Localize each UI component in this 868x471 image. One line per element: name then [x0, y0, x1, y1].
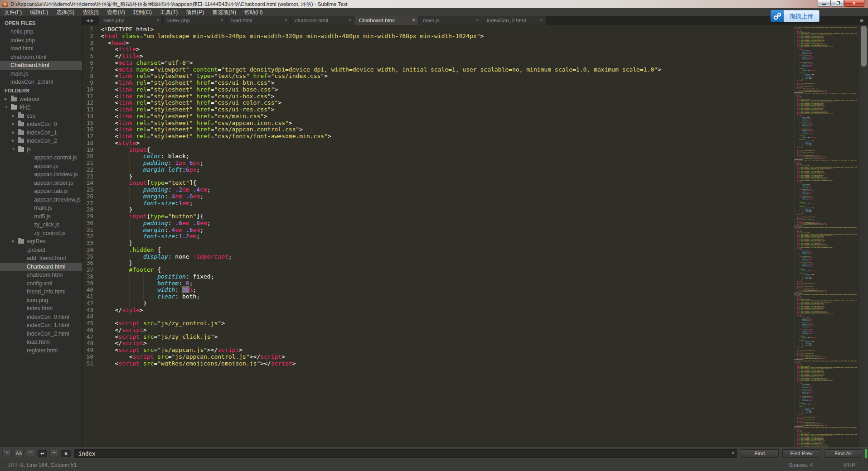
- open-file-item[interactable]: load.html: [0, 44, 82, 53]
- tab[interactable]: load.html×: [227, 16, 291, 25]
- tree-folder[interactable]: ▼环信: [0, 103, 82, 112]
- open-file-item[interactable]: main.js: [0, 70, 82, 78]
- tree-folder[interactable]: ▼js: [0, 145, 82, 154]
- tab-close-icon[interactable]: ×: [348, 16, 351, 25]
- close-button[interactable]: ×: [844, 0, 864, 7]
- menu-item[interactable]: 工具(T): [156, 8, 182, 16]
- tab-close-icon[interactable]: ×: [220, 16, 223, 25]
- tree-file[interactable]: Chatboard.html: [0, 263, 82, 271]
- menu-item[interactable]: 帮助(H): [240, 8, 267, 16]
- tree-folder[interactable]: ▶wgtRes: [0, 237, 82, 246]
- vertical-scrollbar[interactable]: [859, 25, 868, 447]
- tab-close-icon[interactable]: ×: [284, 16, 287, 25]
- tab-close-icon[interactable]: ×: [476, 16, 479, 25]
- open-file-item[interactable]: chatroom.html: [0, 53, 82, 62]
- tab-close-icon[interactable]: ×: [156, 16, 160, 25]
- tree-file[interactable]: indexCon_1.html: [0, 321, 82, 330]
- tree-file[interactable]: zy_control.js: [0, 229, 82, 238]
- find-all-button[interactable]: Find All: [824, 449, 862, 458]
- whole-word-toggle-button[interactable]: “”: [26, 450, 35, 457]
- tree-file[interactable]: index.html: [0, 304, 82, 313]
- status-syntax[interactable]: PHP: [844, 462, 855, 468]
- upload-tool-icon[interactable]: [771, 10, 784, 22]
- chevron-right-icon[interactable]: ▶: [5, 95, 11, 104]
- tree-file[interactable]: appcan.slider.js: [0, 179, 82, 187]
- menu-item[interactable]: 编辑(E): [26, 8, 52, 16]
- tab-overflow-icon[interactable]: ≡: [857, 16, 866, 25]
- find-bar: *Aa“”↩=≡ ▾ FindFind PrevFind All: [0, 447, 868, 459]
- find-input[interactable]: [74, 449, 737, 458]
- tab-close-icon[interactable]: ×: [540, 16, 543, 25]
- editor[interactable]: 1234567891011121314151617181920212223242…: [83, 25, 859, 447]
- menu-item[interactable]: 选择(S): [52, 8, 78, 16]
- tree-file[interactable]: zy_click.js: [0, 221, 82, 229]
- restore-button[interactable]: [831, 0, 844, 7]
- chevron-right-icon[interactable]: ▶: [12, 137, 18, 145]
- highlight-matches-toggle-button[interactable]: ≡: [61, 450, 71, 457]
- tree-file[interactable]: main.js: [0, 204, 82, 212]
- drag-upload-button[interactable]: 拖拽上传: [784, 10, 820, 22]
- menu-item[interactable]: 首选项(N): [208, 8, 240, 16]
- tree-folder[interactable]: ▶webroot: [0, 95, 82, 104]
- status-indent[interactable]: Spaces: 4: [789, 462, 813, 468]
- tree-file[interactable]: indexCon_2.html: [0, 330, 82, 338]
- in-selection-toggle-button[interactable]: =: [49, 450, 59, 457]
- wrap-toggle-button[interactable]: ↩: [38, 450, 47, 457]
- tree-file[interactable]: icon.png: [0, 296, 82, 305]
- tree-file[interactable]: register.html: [0, 346, 82, 355]
- find-prev-button[interactable]: Find Prev: [782, 449, 820, 458]
- menu-item[interactable]: 项目(P): [182, 8, 208, 16]
- tab-scroll-right-icon[interactable]: ▶: [91, 18, 95, 23]
- menu-item[interactable]: 转到(G): [129, 8, 156, 16]
- tree-file[interactable]: friend_info.html: [0, 288, 82, 296]
- tree-file[interactable]: .project: [0, 246, 82, 255]
- tree-folder[interactable]: ▶css: [0, 112, 82, 120]
- tree-file[interactable]: config.xml: [0, 279, 82, 288]
- tree-file[interactable]: load.html: [0, 338, 82, 346]
- tab[interactable]: index.php×: [163, 16, 227, 25]
- scrollbar-thumb[interactable]: [861, 26, 867, 67]
- menu-item[interactable]: 文件(F): [0, 8, 26, 16]
- open-file-item[interactable]: index.php: [0, 36, 82, 45]
- token: "css/index.css": [271, 72, 324, 79]
- open-file-item[interactable]: indexCon_2.html: [0, 78, 82, 87]
- code-lines[interactable]: <!DOCTYPE html><html class="um landscape…: [98, 26, 859, 366]
- tab-close-icon[interactable]: ×: [412, 16, 415, 25]
- tab[interactable]: main.js×: [418, 16, 482, 25]
- regex-toggle-button[interactable]: *: [2, 450, 12, 457]
- find-button[interactable]: Find: [741, 449, 779, 458]
- tree-file[interactable]: appcan.treeview.js: [0, 196, 82, 204]
- chevron-right-icon[interactable]: ▶: [12, 237, 18, 246]
- chevron-right-icon[interactable]: ▶: [12, 112, 18, 120]
- minimize-button[interactable]: [818, 0, 831, 7]
- titlebar[interactable]: S D:\Appcan源码\环信demo\环信demo\环信案例_前端\环信案例…: [0, 0, 868, 8]
- chevron-down-icon[interactable]: ▼: [5, 103, 11, 112]
- tree-folder[interactable]: ▶indexCon_0: [0, 120, 82, 129]
- tab-scroll-left-icon[interactable]: ◀: [86, 18, 91, 23]
- tree-file[interactable]: add_friend.html: [0, 254, 82, 263]
- tab[interactable]: Chatboard.html×: [354, 16, 418, 25]
- tab[interactable]: indexCon_2.html×: [482, 16, 546, 25]
- tab[interactable]: hello.php×: [99, 16, 163, 25]
- chevron-down-icon[interactable]: ▼: [12, 145, 18, 154]
- tree-file[interactable]: appcan.js: [0, 162, 82, 171]
- open-file-item[interactable]: Chatboard.html: [0, 61, 82, 70]
- menu-item[interactable]: 查找(I): [78, 8, 102, 16]
- chevron-right-icon[interactable]: ▶: [12, 129, 18, 137]
- case-sensitive-toggle-button[interactable]: Aa: [14, 450, 24, 457]
- chevron-right-icon[interactable]: ▶: [12, 120, 18, 129]
- tree-file[interactable]: indexCon_0.html: [0, 313, 82, 322]
- tree-file[interactable]: appcan.listview.js: [0, 170, 82, 179]
- token: ;: [200, 193, 204, 200]
- tab[interactable]: chatroom.html×: [291, 16, 354, 25]
- open-file-item[interactable]: hello.php: [0, 28, 82, 36]
- menu-item[interactable]: 查看(V): [103, 8, 129, 16]
- tree-folder[interactable]: ▶indexCon_2: [0, 137, 82, 145]
- minimap[interactable]: <!DOCTYPE html><html class="um landscape…: [794, 26, 857, 447]
- tree-file[interactable]: appcan.tab.js: [0, 187, 82, 196]
- tree-file[interactable]: md5.js: [0, 212, 82, 221]
- tree-file[interactable]: chatroom.html: [0, 271, 82, 279]
- tree-file[interactable]: appcan.control.js: [0, 154, 82, 162]
- find-history-dropdown-icon[interactable]: ▾: [732, 450, 734, 456]
- tree-folder[interactable]: ▶indexCon_1: [0, 129, 82, 137]
